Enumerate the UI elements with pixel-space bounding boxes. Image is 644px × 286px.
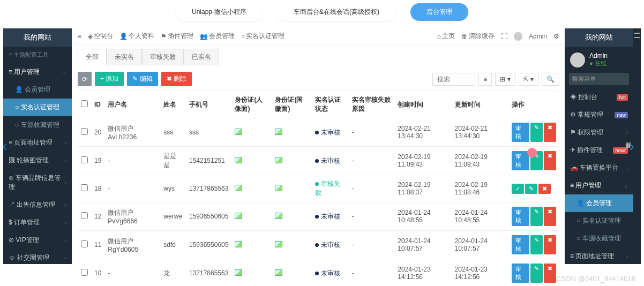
fullscreen-icon[interactable]: ⛶ — [501, 33, 507, 40]
top-tab-uniapp[interactable]: Uniapp-微信小程序 — [176, 3, 263, 21]
row-delete-button[interactable]: ✖ — [544, 151, 556, 170]
sidebar-sub-0[interactable]: 👤 会员管理 — [3, 81, 72, 99]
tab-failed[interactable]: 审核失败 — [142, 49, 184, 65]
cell-idimg[interactable] — [231, 175, 272, 202]
cell-idimg[interactable] — [272, 259, 312, 287]
right-rest-0[interactable]: ≡ 页面地址管理› — [565, 247, 633, 264]
sidebar-sub-2[interactable]: ○ 车源收藏管理 — [3, 116, 72, 134]
crumb-plugin[interactable]: ⚑ 插件管理 — [161, 32, 193, 41]
chat-bubble-icon[interactable] — [527, 148, 537, 157]
row-delete-button[interactable]: ✖ — [544, 264, 556, 283]
col-10[interactable]: 操作 — [508, 91, 559, 118]
crumb-realname[interactable]: ○ 实名认证管理 — [241, 32, 284, 41]
sidebar-item-4[interactable]: 🖼 轮播图管理› — [3, 152, 72, 169]
avatar[interactable] — [514, 32, 522, 41]
view-list-icon[interactable]: ≡ — [478, 73, 492, 86]
right-item-3[interactable]: ✈ 插件管理newr — [565, 141, 633, 159]
sidebar-item-8[interactable]: ⊘ VIP管理› — [3, 231, 72, 249]
audit-button[interactable]: 审核 — [512, 235, 529, 254]
cell-idimg[interactable] — [231, 147, 272, 175]
audit-button[interactable]: 审核 — [512, 123, 529, 142]
clear-cache-link[interactable]: 🗑 清除缓存 — [461, 32, 495, 41]
col-7[interactable]: 实名审核失败原因 — [349, 91, 395, 118]
row-checkbox[interactable] — [81, 156, 88, 163]
home-link[interactable]: ⌂ 主页 — [437, 32, 455, 41]
cell-idimg[interactable] — [231, 259, 272, 287]
right-item-4[interactable]: 🚗 车辆置换平台› — [565, 159, 633, 177]
row-checkbox[interactable] — [81, 184, 88, 191]
columns-icon[interactable]: ⊞ ▾ — [495, 73, 515, 86]
col-4[interactable]: 身份证(人像面) — [231, 91, 272, 118]
row-edit-button[interactable]: ✎ — [525, 184, 537, 194]
menu-search[interactable]: 搜索菜单 — [569, 73, 629, 85]
search-input[interactable] — [432, 73, 475, 86]
row-checkbox[interactable] — [81, 269, 88, 276]
cell-idimg[interactable] — [272, 202, 312, 231]
right-sub-2[interactable]: ○ 车源收藏管理 — [565, 230, 633, 247]
next-arrow-icon[interactable]: › — [630, 138, 634, 155]
audit-button[interactable]: 审核 — [512, 151, 529, 170]
sidebar-item-5[interactable]: ⊕ 车辆品牌信息管理› — [3, 169, 72, 196]
row-delete-button[interactable]: ✖ — [544, 207, 556, 226]
top-tab-admin[interactable]: 后台管理 — [410, 3, 468, 21]
cell-idimg[interactable] — [272, 175, 312, 202]
audit-button[interactable]: 审核 — [512, 264, 529, 283]
right-item-0[interactable]: ◈ 控制台hot — [565, 88, 633, 106]
col-5[interactable]: 身份证(国徽面) — [272, 91, 312, 118]
row-edit-button[interactable]: ✎ — [530, 123, 543, 142]
row-delete-button[interactable]: ✖ — [538, 184, 551, 194]
sidebar-item-6[interactable]: ↗ 出售信息管理› — [3, 196, 72, 214]
col-9[interactable]: 更新时间 — [452, 91, 508, 118]
settings-icon[interactable]: ⚙ — [553, 33, 559, 40]
tab-verified[interactable]: 已实名 — [184, 49, 219, 65]
col-8[interactable]: 创建时间 — [394, 91, 451, 118]
delete-button[interactable]: ✖ 删除 — [161, 72, 192, 86]
sidebar-item-3[interactable]: ≡ 页面地址管理› — [3, 134, 72, 152]
right-item-2[interactable]: ⚑ 权限管理› — [565, 124, 633, 141]
tab-all[interactable]: 全部 — [78, 49, 107, 65]
row-edit-button[interactable]: ✎ — [530, 235, 543, 254]
right-sub-0[interactable]: 👤 会员管理 — [565, 194, 633, 212]
cell-idimg[interactable] — [231, 231, 272, 259]
row-delete-button[interactable]: ✖ — [544, 123, 556, 142]
row-checkbox[interactable] — [81, 240, 88, 247]
cell-idimg[interactable] — [272, 118, 312, 147]
row-delete-button[interactable]: ✖ — [544, 235, 556, 254]
refresh-button[interactable]: ⟳ — [78, 72, 92, 86]
right-sub-1[interactable]: ○ 实名认证管理 — [565, 212, 633, 230]
search-icon[interactable]: 🔍 — [542, 73, 559, 86]
tab-unverified[interactable]: 未实名 — [107, 49, 142, 65]
right-item-1[interactable]: ⚙ 常规管理new — [565, 106, 633, 124]
top-tab-dealer[interactable]: 车商后台&在线会话(高级授权) — [278, 3, 395, 21]
row-edit-button[interactable]: ✎ — [530, 207, 543, 226]
admin-name[interactable]: Admin — [529, 33, 547, 40]
row-checkbox[interactable] — [81, 212, 88, 219]
right-item-5[interactable]: ≡ 用户管理⌄ — [565, 177, 633, 194]
col-3[interactable]: 手机号 — [186, 91, 231, 118]
hamburger-icon[interactable] — [634, 33, 640, 38]
select-all-checkbox[interactable] — [81, 100, 88, 107]
col-2[interactable]: 姓名 — [160, 91, 186, 118]
col-6[interactable]: 实名认证状态 — [312, 91, 348, 118]
cell-idimg[interactable] — [231, 202, 272, 231]
audit-button[interactable]: 审核 — [512, 207, 529, 226]
crumb-member[interactable]: 👥 会员管理 — [200, 32, 235, 41]
export-icon[interactable]: ⇱ ▾ — [519, 73, 538, 86]
prev-arrow-icon[interactable]: ‹ — [2, 138, 7, 155]
cell-idimg[interactable] — [231, 118, 272, 147]
col-1[interactable]: 用户名 — [104, 91, 160, 118]
edit-button[interactable]: ✎ 编辑 — [127, 72, 158, 86]
add-button[interactable]: + 添加 — [95, 72, 124, 86]
crumb-console[interactable]: ◈ 控制台 — [88, 32, 113, 41]
crumb-profile[interactable]: 👤 个人资料 — [119, 32, 154, 41]
avatar-right[interactable] — [570, 52, 585, 67]
approve-button[interactable]: ✓ — [512, 184, 524, 194]
menu-toggle-icon[interactable]: ≡ — [78, 33, 81, 40]
cell-idimg[interactable] — [272, 147, 312, 175]
row-edit-button[interactable]: ✎ — [530, 264, 543, 283]
sidebar-item-9[interactable]: ☺ 社交圈管理› — [3, 249, 72, 264]
sidebar-item-7[interactable]: $ 订单管理› — [3, 214, 72, 231]
row-checkbox[interactable] — [81, 128, 88, 135]
cell-idimg[interactable] — [272, 231, 312, 259]
sidebar-sub-1[interactable]: ○ 实名认证管理 — [3, 99, 72, 116]
